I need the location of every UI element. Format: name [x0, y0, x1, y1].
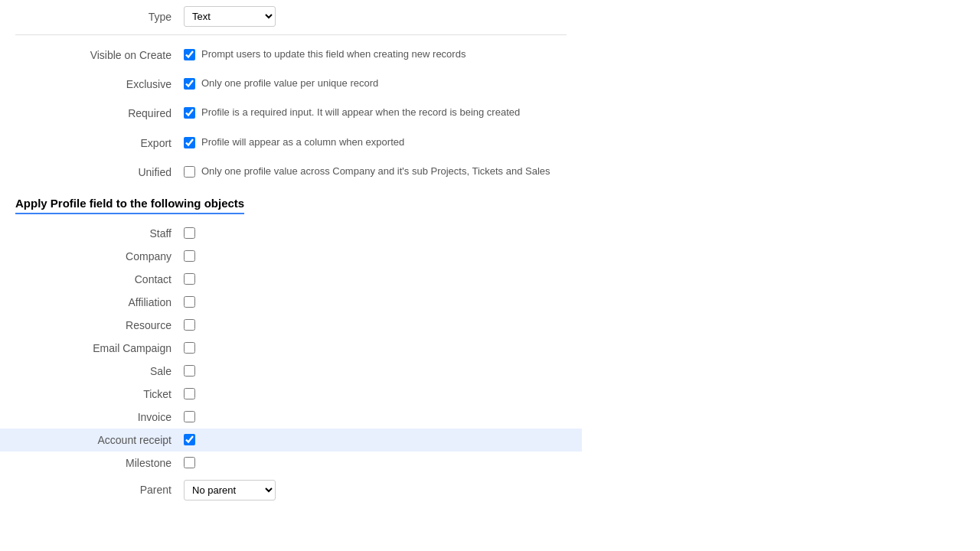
- type-row: Type Text Number Date Boolean List: [15, 0, 567, 35]
- object-row-company: Company: [15, 245, 567, 268]
- object-label-affiliation: Affiliation: [15, 296, 184, 308]
- checkbox-sale[interactable]: [184, 365, 195, 377]
- checkbox-required[interactable]: [184, 107, 195, 119]
- checkbox-email_campaign[interactable]: [184, 342, 195, 354]
- field-label-required: Required: [15, 106, 184, 119]
- field-desc-export: Profile will appear as a column when exp…: [201, 135, 404, 149]
- object-label-account_receipt: Account receipt: [15, 434, 184, 446]
- object-label-staff: Staff: [15, 227, 184, 240]
- object-row-sale: Sale: [15, 360, 567, 383]
- checkbox-invoice[interactable]: [184, 411, 195, 422]
- object-row-invoice: Invoice: [15, 406, 567, 429]
- checkbox-unified[interactable]: [184, 166, 195, 178]
- field-row-visible_on_create: Visible on CreatePrompt users to update …: [15, 40, 567, 69]
- object-label-company: Company: [15, 250, 184, 262]
- field-desc-exclusive: Only one profile value per unique record: [201, 77, 378, 90]
- field-label-exclusive: Exclusive: [15, 77, 184, 90]
- checkbox-ticket[interactable]: [184, 388, 195, 399]
- field-desc-unified: Only one profile value across Company an…: [201, 165, 550, 178]
- parent-label: Parent: [15, 484, 184, 496]
- section-heading: Apply Profile field to the following obj…: [15, 186, 244, 214]
- field-row-export: ExportProfile will appear as a column wh…: [15, 128, 567, 157]
- object-label-ticket: Ticket: [15, 388, 184, 400]
- checkbox-exclusive[interactable]: [184, 78, 195, 90]
- checkbox-account_receipt[interactable]: [184, 434, 195, 445]
- parent-select[interactable]: No parent: [184, 480, 276, 500]
- object-label-email_campaign: Email Campaign: [15, 342, 184, 354]
- checkbox-company[interactable]: [184, 250, 195, 262]
- object-row-email_campaign: Email Campaign: [15, 337, 567, 360]
- field-desc-required: Profile is a required input. It will app…: [201, 106, 520, 119]
- object-row-contact: Contact: [15, 268, 567, 291]
- field-desc-visible_on_create: Prompt users to update this field when c…: [201, 47, 466, 61]
- field-row-required: RequiredProfile is a required input. It …: [15, 98, 567, 127]
- object-label-resource: Resource: [15, 319, 184, 331]
- object-label-contact: Contact: [15, 273, 184, 285]
- field-label-export: Export: [15, 135, 184, 149]
- type-select[interactable]: Text Number Date Boolean List: [184, 6, 276, 27]
- checkbox-visible_on_create[interactable]: [184, 49, 195, 60]
- section-container: Apply Profile field to the following obj…: [15, 186, 567, 219]
- object-label-milestone: Milestone: [15, 457, 184, 469]
- checkbox-staff[interactable]: [184, 227, 195, 239]
- field-label-visible_on_create: Visible on Create: [15, 47, 184, 61]
- object-row-resource: Resource: [15, 314, 567, 337]
- checkbox-export[interactable]: [184, 137, 195, 148]
- object-label-sale: Sale: [15, 365, 184, 377]
- checkbox-resource[interactable]: [184, 319, 195, 331]
- field-row-exclusive: ExclusiveOnly one profile value per uniq…: [15, 69, 567, 98]
- object-row-staff: Staff: [15, 222, 567, 245]
- objects-container: StaffCompanyContactAffiliationResourceEm…: [15, 222, 567, 474]
- checkbox-contact[interactable]: [184, 273, 195, 285]
- object-row-account_receipt: Account receipt: [0, 429, 582, 452]
- object-label-invoice: Invoice: [15, 411, 184, 423]
- object-row-milestone: Milestone: [15, 452, 567, 474]
- object-row-affiliation: Affiliation: [15, 291, 567, 314]
- parent-row: Parent No parent: [15, 474, 567, 506]
- type-label: Type: [15, 11, 184, 23]
- object-row-ticket: Ticket: [15, 383, 567, 406]
- form-fields: Visible on CreatePrompt users to update …: [15, 40, 567, 186]
- field-row-unified: UnifiedOnly one profile value across Com…: [15, 157, 567, 186]
- checkbox-affiliation[interactable]: [184, 296, 195, 308]
- field-label-unified: Unified: [15, 165, 184, 178]
- checkbox-milestone[interactable]: [184, 457, 195, 468]
